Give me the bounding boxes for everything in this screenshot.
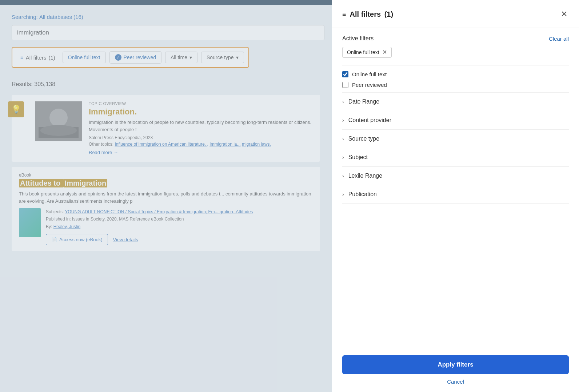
- source-type-dropdown[interactable]: Source type ▾: [201, 52, 244, 63]
- search-area: Searching: All databases (16) immigratio…: [0, 5, 332, 77]
- accordion-label-publication: Publication: [348, 191, 377, 198]
- topic-overview-card: 💡 TOPIC OVERVIEW Immigration. Immigratio…: [12, 95, 320, 162]
- source-type-chevron-icon: ▾: [236, 54, 239, 60]
- active-filters-header: Active filters Clear all: [342, 35, 569, 42]
- accordion-item-content-provider: › Content provider: [342, 111, 569, 130]
- panel-body: Active filters Clear all Online full tex…: [332, 28, 579, 348]
- peer-reviewed-checkbox[interactable]: [342, 82, 348, 88]
- filter-bar-wrapper: ≡ All filters (1) Online full text ✓ Pee…: [12, 47, 249, 70]
- all-time-chevron-icon: ▾: [189, 54, 192, 60]
- online-full-text-button[interactable]: Online full text: [63, 52, 106, 63]
- chevron-right-icon: ›: [342, 99, 344, 105]
- accordion-item-source-type: › Source type: [342, 130, 569, 148]
- all-time-dropdown[interactable]: All time ▾: [165, 52, 197, 63]
- clear-all-button[interactable]: Clear all: [549, 36, 569, 42]
- online-full-text-checkbox-label: Online full text: [352, 71, 387, 77]
- cancel-button[interactable]: Cancel: [342, 379, 569, 385]
- online-full-text-checkbox[interactable]: [342, 71, 348, 77]
- ebook-card: eBook Attitudes to Immigration This book…: [12, 167, 320, 251]
- subjects-label: Subjects:: [46, 209, 64, 214]
- ebook-body: Subjects: YOUNG ADULT NONFICTION / Socia…: [19, 208, 313, 245]
- peer-reviewed-button[interactable]: ✓ Peer reviewed: [109, 51, 162, 64]
- peer-reviewed-label: Peer reviewed: [124, 54, 156, 60]
- ebook-access-icon: 📄: [51, 237, 57, 242]
- ebook-details: Subjects: YOUNG ADULT NONFICTION / Socia…: [46, 208, 313, 245]
- other-topic-link-2[interactable]: Immigration la...: [209, 142, 240, 147]
- topic-title: Immigration.: [89, 107, 313, 117]
- apply-filters-button[interactable]: Apply filters: [342, 355, 569, 374]
- topic-icon: 💡: [8, 101, 24, 117]
- active-filter-tag: Online full text ✕: [342, 47, 392, 58]
- chevron-right-icon-4: ›: [342, 154, 344, 160]
- ebook-title-plain: Attitudes to: [19, 179, 64, 187]
- active-filters-title: Active filters: [342, 35, 374, 42]
- filter-panel: ≡ All filters (1) ✕ Active filters Clear…: [332, 0, 579, 392]
- svg-point-4: [40, 125, 77, 136]
- databases-link[interactable]: All databases (16): [39, 14, 83, 20]
- close-panel-button[interactable]: ✕: [559, 8, 569, 20]
- other-topic-link-3[interactable]: migration laws.: [242, 142, 271, 147]
- accordion-label-lexile-range: Lexile Range: [348, 173, 382, 179]
- ebook-description: This book presents analysis and opinions…: [19, 190, 313, 205]
- ebook-subjects: Subjects: YOUNG ADULT NONFICTION / Socia…: [46, 208, 313, 215]
- accordion-label-content-provider: Content provider: [348, 117, 391, 124]
- panel-title: ≡ All filters (1): [342, 10, 393, 19]
- other-topic-link-1[interactable]: Influence of immigration on American lit…: [115, 142, 208, 147]
- access-now-button[interactable]: 📄 Access now (eBook): [46, 234, 108, 245]
- active-filter-tag-text: Online full text: [347, 49, 379, 55]
- accordion-trigger-date-range[interactable]: › Date Range: [342, 93, 569, 111]
- accordion-trigger-source-type[interactable]: › Source type: [342, 130, 569, 148]
- results-count: Results: 305,138: [0, 77, 332, 91]
- chevron-right-icon-2: ›: [342, 117, 344, 123]
- remove-active-filter-button[interactable]: ✕: [382, 49, 387, 55]
- topic-overview-label: TOPIC OVERVIEW: [89, 101, 313, 106]
- divider: [342, 65, 569, 65]
- accordion-trigger-content-provider[interactable]: › Content provider: [342, 111, 569, 129]
- peer-reviewed-checkbox-item[interactable]: Peer reviewed: [342, 82, 569, 88]
- read-more-link[interactable]: Read more →: [89, 150, 313, 155]
- all-filters-count: (1): [48, 54, 55, 61]
- all-filters-label: All filters: [26, 54, 47, 61]
- accordion-item-lexile-range: › Lexile Range: [342, 167, 569, 185]
- accordion-item-publication: › Publication: [342, 185, 569, 204]
- accordion-label-subject: Subject: [348, 154, 368, 161]
- topic-description: Immigration is the relocation of people …: [89, 119, 313, 133]
- active-filters-section: Active filters Clear all Online full tex…: [342, 35, 569, 58]
- accordion-trigger-publication[interactable]: › Publication: [342, 185, 569, 203]
- accordion-trigger-lexile-range[interactable]: › Lexile Range: [342, 167, 569, 185]
- panel-header: ≡ All filters (1) ✕: [332, 0, 579, 28]
- ebook-author-line: By: Healey, Justin: [46, 223, 313, 230]
- check-icon: ✓: [115, 54, 121, 61]
- by-label: By:: [46, 224, 52, 229]
- subjects-link[interactable]: YOUNG ADULT NONFICTION / Social Topics /…: [65, 209, 253, 214]
- ebook-cover-image: [19, 208, 41, 237]
- chevron-right-icon-3: ›: [342, 136, 344, 142]
- accordion-label-source-type: Source type: [348, 136, 379, 142]
- ebook-title-highlight: Immigration: [64, 179, 107, 187]
- chevron-right-icon-5: ›: [342, 173, 344, 179]
- filter-bar: ≡ All filters (1) Online full text ✓ Pee…: [12, 47, 249, 68]
- access-now-label: Access now (eBook): [59, 237, 103, 242]
- all-filters-button[interactable]: ≡ All filters (1): [17, 52, 59, 63]
- topic-text: TOPIC OVERVIEW Immigration. Immigration …: [89, 101, 313, 155]
- ebook-type-label: eBook: [19, 173, 313, 178]
- peer-reviewed-checkbox-label: Peer reviewed: [352, 82, 387, 88]
- ebook-actions: 📄 Access now (eBook) View details: [46, 234, 313, 245]
- topic-source: Salem Press Encyclopedia, 2023: [89, 135, 313, 140]
- chevron-right-icon-6: ›: [342, 191, 344, 197]
- top-navigation-bar: [0, 0, 332, 5]
- topic-other-topics: Other topics: Influence of immigration o…: [89, 142, 313, 147]
- filter-icon: ≡: [20, 54, 24, 61]
- accordion-item-date-range: › Date Range: [342, 93, 569, 111]
- view-details-link[interactable]: View details: [113, 236, 138, 244]
- online-full-text-checkbox-item[interactable]: Online full text: [342, 71, 569, 77]
- panel-footer: Apply filters Cancel: [332, 348, 579, 392]
- main-content: Searching: All databases (16) immigratio…: [0, 0, 332, 392]
- accordion-trigger-subject[interactable]: › Subject: [342, 148, 569, 166]
- searching-text: Searching:: [12, 14, 38, 20]
- author-link[interactable]: Healey, Justin: [53, 224, 80, 229]
- svg-point-3: [49, 109, 68, 127]
- all-time-label: All time: [171, 54, 187, 60]
- searching-label: Searching: All databases (16): [12, 14, 320, 20]
- filter-panel-icon: ≡: [342, 11, 346, 18]
